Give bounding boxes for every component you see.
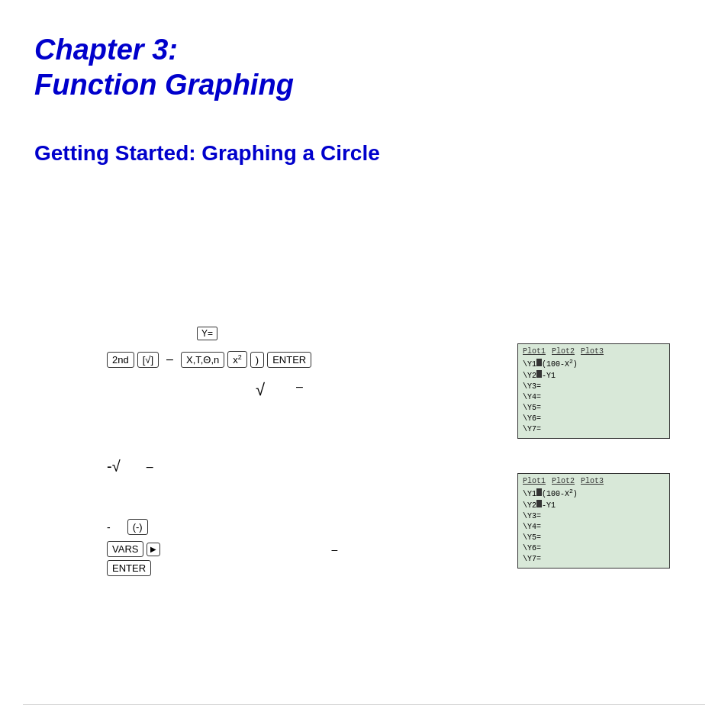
close-paren-key[interactable]: ) [250, 352, 264, 368]
keystroke-row2: -√ – [107, 458, 153, 475]
arrow-key[interactable]: ▶ [147, 543, 160, 556]
screen-display-1: Plot1 Plot2 Plot3 \Y1(100-X2) \Y2-Y1 \Y3… [517, 343, 670, 439]
screen-row-y7: \Y7= [523, 424, 665, 435]
x-t-theta-key[interactable]: X,T,Θ,n [181, 352, 224, 368]
y-equals-key: Y= [197, 327, 217, 340]
section-title: Getting Started: Graphing a Circle [34, 141, 380, 166]
chapter-title: Chapter 3: Function Graphing [34, 33, 294, 102]
screen-row-y6: \Y6= [523, 414, 665, 424]
dash-symbol-2: – [147, 460, 153, 474]
screen-row-y1: \Y1(100-X2) [523, 357, 665, 370]
two-nd-key[interactable]: 2nd [107, 352, 134, 368]
enter-key-2[interactable]: ENTER [107, 560, 151, 576]
screen-row-y2: \Y2-Y1 [523, 370, 665, 382]
screen-header-2: Plot1 Plot2 Plot3 [523, 477, 665, 485]
dash-symbol-1: – [296, 380, 303, 394]
screen-row-y4: \Y4= [523, 392, 665, 403]
neg-sqrt-symbol: -√ [107, 458, 121, 475]
sqrt-key[interactable]: [√] [137, 352, 159, 368]
minus-operator: – [166, 353, 173, 366]
screen-row-y3: \Y3= [523, 382, 665, 392]
screen-row2-y5: \Y5= [523, 533, 665, 543]
negative-key[interactable]: (-) [127, 519, 148, 535]
screen-display-2: Plot1 Plot2 Plot3 \Y1(100-X2) \Y2-Y1 \Y3… [517, 473, 670, 569]
x-squared-key[interactable]: x2 [227, 351, 247, 368]
screen-row-y5: \Y5= [523, 403, 665, 414]
keystroke-row1: Y= 2nd [√] – X,T,Θ,n x2 ) ENTER √ – [107, 351, 311, 368]
dash-symbol-4: – [331, 543, 337, 556]
screen-row2-y6: \Y6= [523, 543, 665, 554]
keystroke-row3: - (-) VARS ▶ – ENTER [107, 519, 337, 576]
screen-row2-y2: \Y2-Y1 [523, 500, 665, 511]
screen-row2-y3: \Y3= [523, 511, 665, 522]
chapter-function-graphing: Function Graphing [34, 68, 294, 103]
screen-row2-y1: \Y1(100-X2) [523, 487, 665, 500]
dash-symbol-3: - [107, 521, 111, 533]
screen-header-1: Plot1 Plot2 Plot3 [523, 347, 665, 356]
screen-row2-y7: \Y7= [523, 554, 665, 565]
bottom-rule [23, 704, 705, 705]
chapter-number: Chapter 3: [34, 33, 294, 68]
vars-key[interactable]: VARS [107, 541, 143, 557]
screen-row2-y4: \Y4= [523, 522, 665, 533]
enter-key-1[interactable]: ENTER [267, 352, 311, 368]
sqrt-symbol: √ [256, 380, 265, 400]
